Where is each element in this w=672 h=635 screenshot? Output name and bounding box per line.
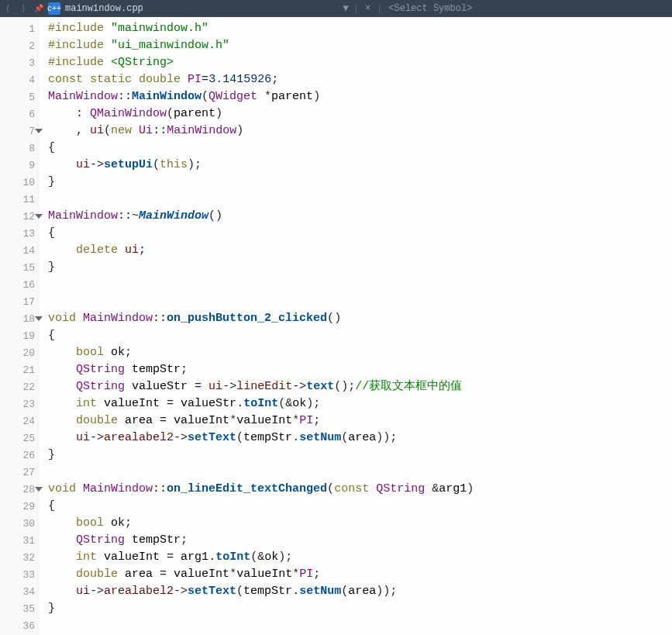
line-number: 7	[0, 123, 38, 140]
line-number: 17	[0, 293, 38, 310]
code-line[interactable]: int valueInt = arg1.toInt(&ok);	[48, 549, 672, 566]
line-number: 33	[0, 566, 38, 583]
line-number: 30	[0, 515, 38, 532]
line-number: 12	[0, 208, 38, 225]
line-number: 4	[0, 71, 38, 88]
code-line[interactable]: : QMainWindow(parent)	[48, 105, 672, 123]
line-number: 15	[0, 259, 38, 276]
code-line[interactable]: }	[48, 174, 672, 191]
line-number: 32	[0, 549, 38, 566]
line-number: 25	[0, 430, 38, 447]
line-number: 16	[0, 276, 38, 293]
code-line[interactable]: ui->arealabel2->setText(tempStr.setNum(a…	[48, 583, 672, 600]
close-icon[interactable]: ×	[365, 3, 370, 14]
line-number: 8	[0, 140, 38, 157]
code-line[interactable]	[48, 464, 672, 481]
line-number: 14	[0, 242, 38, 259]
line-number: 21	[0, 361, 38, 378]
line-number: 28	[0, 481, 38, 498]
code-line[interactable]: void MainWindow::on_lineEdit_textChanged…	[48, 481, 672, 498]
code-line[interactable]: QString tempStr;	[48, 532, 672, 549]
line-number: 36	[0, 617, 38, 634]
code-line[interactable]: {	[48, 140, 672, 157]
pin-icon[interactable]: 📌	[31, 4, 47, 13]
code-line[interactable]: }	[48, 259, 672, 276]
divider-icon: |	[353, 3, 359, 14]
line-number: 31	[0, 532, 38, 549]
editor-pane: 1234567891011121314151617181920212223242…	[0, 17, 672, 635]
divider-icon: |	[377, 3, 382, 14]
code-line[interactable]: {	[48, 498, 672, 515]
line-number: 29	[0, 498, 38, 515]
line-number: 35	[0, 600, 38, 617]
line-number: 3	[0, 54, 38, 71]
line-number: 23	[0, 395, 38, 412]
code-line[interactable]: }	[48, 447, 672, 464]
line-number: 18	[0, 310, 38, 327]
code-line[interactable]: double area = valueInt*valueInt*PI;	[48, 412, 672, 430]
line-number: 2	[0, 37, 38, 54]
code-line[interactable]: }	[48, 600, 672, 617]
code-line[interactable]: #include "mainwindow.h"	[48, 20, 672, 37]
code-line[interactable]: double area = valueInt*valueInt*PI;	[48, 566, 672, 583]
fold-icon[interactable]	[35, 129, 43, 133]
code-line[interactable]: #include <QString>	[48, 54, 672, 71]
line-number: 20	[0, 344, 38, 361]
line-number: 24	[0, 412, 38, 430]
file-type-icon: c++	[48, 2, 60, 15]
line-number: 11	[0, 191, 38, 208]
code-line[interactable]: bool ok;	[48, 344, 672, 361]
line-number: 22	[0, 378, 38, 395]
fold-icon[interactable]	[35, 316, 43, 321]
code-line[interactable]: MainWindow::MainWindow(QWidget *parent)	[48, 88, 672, 105]
line-number: 34	[0, 583, 38, 600]
code-area[interactable]: #include "mainwindow.h"#include "ui_main…	[39, 17, 672, 635]
nav-forward-icon[interactable]: ⟩	[16, 3, 31, 15]
code-line[interactable]	[48, 276, 672, 293]
line-number-gutter: 1234567891011121314151617181920212223242…	[0, 17, 39, 635]
code-line[interactable]: , ui(new Ui::MainWindow)	[48, 123, 672, 140]
code-line[interactable]: {	[48, 225, 672, 242]
line-number: 1	[0, 20, 38, 37]
code-line[interactable]: QString tempStr;	[48, 361, 672, 378]
code-line[interactable]: #include "ui_mainwindow.h"	[48, 37, 672, 54]
code-line[interactable]: MainWindow::~MainWindow()	[48, 208, 672, 225]
line-number: 5	[0, 88, 38, 105]
line-number: 10	[0, 174, 38, 191]
code-line[interactable]: {	[48, 327, 672, 344]
code-line[interactable]	[48, 293, 672, 310]
code-line[interactable]: QString valueStr = ui->lineEdit->text();…	[48, 378, 672, 395]
nav-back-icon[interactable]: ⟨	[0, 3, 16, 15]
code-line[interactable]: int valueInt = valueStr.toInt(&ok);	[48, 395, 672, 412]
code-line[interactable]: delete ui;	[48, 242, 672, 259]
symbol-selector[interactable]: <Select Symbol>	[388, 3, 472, 14]
fold-icon[interactable]	[35, 214, 43, 219]
code-line[interactable]: ui->setupUi(this);	[48, 157, 672, 174]
line-number: 13	[0, 225, 38, 242]
code-line[interactable]: ui->arealabel2->setText(tempStr.setNum(a…	[48, 430, 672, 447]
code-line[interactable]: void MainWindow::on_pushButton_2_clicked…	[48, 310, 672, 327]
line-number: 9	[0, 157, 38, 174]
line-number: 19	[0, 327, 38, 344]
code-line[interactable]	[48, 191, 672, 208]
code-line[interactable]	[48, 617, 672, 634]
editor-topbar: ⟨ ⟩ 📌 c++ mainwindow.cpp ▼ | × | <Select…	[0, 0, 672, 17]
file-dropdown-icon[interactable]: ▼	[343, 3, 349, 14]
line-number: 26	[0, 447, 38, 464]
filename-label[interactable]: mainwindow.cpp	[65, 3, 143, 14]
code-line[interactable]: const static double PI=3.1415926;	[48, 71, 672, 88]
code-line[interactable]: bool ok;	[48, 515, 672, 532]
line-number: 27	[0, 464, 38, 481]
fold-icon[interactable]	[35, 487, 43, 492]
line-number: 6	[0, 105, 38, 123]
